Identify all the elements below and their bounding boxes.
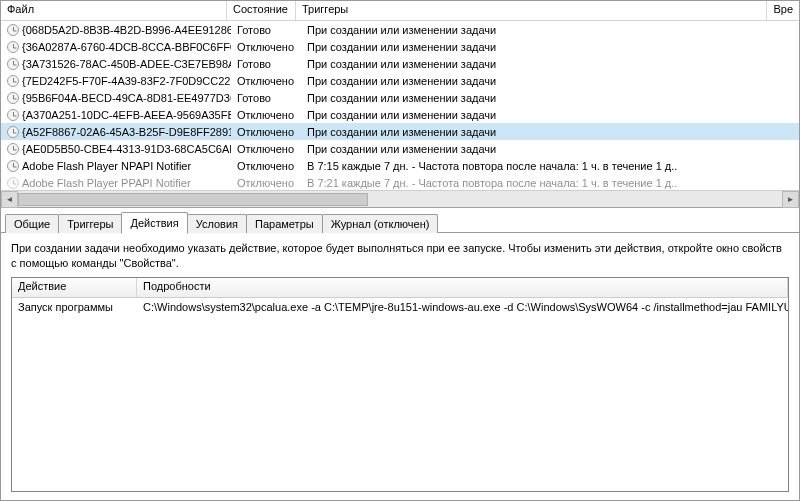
clock-icon: [7, 24, 19, 36]
table-row[interactable]: {36A0287A-6760-4DCB-8CCA-BBF0C6FFC570}От…: [1, 38, 799, 55]
table-row[interactable]: {7ED242F5-F70F-4A39-83F2-7F0D9CC220B7}От…: [1, 72, 799, 89]
task-state-cell: Отключено: [231, 126, 301, 138]
clock-icon: [7, 75, 19, 87]
tab-general[interactable]: Общие: [5, 214, 59, 233]
tab-history[interactable]: Журнал (отключен): [322, 214, 439, 233]
clock-icon: [7, 92, 19, 104]
task-state-cell: Отключено: [231, 177, 301, 189]
column-header-trigger[interactable]: Триггеры: [296, 1, 767, 20]
tab-actions[interactable]: Действия: [121, 212, 187, 234]
task-state-cell: Отключено: [231, 75, 301, 87]
task-state-cell: Отключено: [231, 41, 301, 53]
column-header-file[interactable]: Файл: [1, 1, 227, 20]
task-name-label: {7ED242F5-F70F-4A39-83F2-7F0D9CC220B7}: [22, 75, 231, 87]
task-name-label: {AE0D5B50-CBE4-4313-91D3-68CA5C6AB8F9}: [22, 143, 231, 155]
actions-table: Действие Подробности Запуск программыC:\…: [11, 277, 789, 492]
scroll-left-button[interactable]: ◄: [1, 191, 18, 208]
scroll-right-button[interactable]: ►: [782, 191, 799, 208]
task-name-label: Adobe Flash Player PPAPI Notifier: [22, 177, 191, 189]
task-name-cell: {A370A251-10DC-4EFB-AEEA-9569A35FB9B2}: [1, 109, 231, 121]
task-trigger-cell: При создании или изменении задачи: [301, 109, 781, 121]
horizontal-scrollbar[interactable]: ◄ ►: [1, 190, 799, 207]
task-trigger-cell: При создании или изменении задачи: [301, 58, 781, 70]
task-state-cell: Отключено: [231, 143, 301, 155]
task-name-cell: {7ED242F5-F70F-4A39-83F2-7F0D9CC220B7}: [1, 75, 231, 87]
clock-icon: [7, 160, 19, 172]
task-name-cell: Adobe Flash Player PPAPI Notifier: [1, 177, 231, 189]
task-state-cell: Отключено: [231, 160, 301, 172]
actions-table-header: Действие Подробности: [12, 278, 788, 298]
task-trigger-cell: При создании или изменении задачи: [301, 92, 781, 104]
tab-bar: Общие Триггеры Действия Условия Параметр…: [1, 208, 799, 233]
task-list-header: Файл Состояние Триггеры Вре: [1, 1, 799, 21]
task-name-cell: {AE0D5B50-CBE4-4313-91D3-68CA5C6AB8F9}: [1, 143, 231, 155]
table-row[interactable]: {AE0D5B50-CBE4-4313-91D3-68CA5C6AB8F9}От…: [1, 140, 799, 157]
task-trigger-cell: В 7:15 каждые 7 дн. - Частота повтора по…: [301, 160, 781, 172]
task-state-cell: Готово: [231, 24, 301, 36]
action-row[interactable]: Запуск программыC:\Windows\system32\pcal…: [12, 298, 788, 316]
clock-icon: [7, 41, 19, 53]
table-row[interactable]: Adobe Flash Player NPAPI NotifierОтключе…: [1, 157, 799, 174]
task-name-label: {068D5A2D-8B3B-4B2D-B996-A4EE91286CD9}: [22, 24, 231, 36]
task-name-cell: {A52F8867-02A6-45A3-B25F-D9E8FF2891C3}: [1, 126, 231, 138]
clock-icon: [7, 58, 19, 70]
task-details-panel: Общие Триггеры Действия Условия Параметр…: [1, 208, 799, 500]
task-name-cell: {068D5A2D-8B3B-4B2D-B996-A4EE91286CD9}: [1, 24, 231, 36]
task-name-label: {A370A251-10DC-4EFB-AEEA-9569A35FB9B2}: [22, 109, 231, 121]
task-name-label: {36A0287A-6760-4DCB-8CCA-BBF0C6FFC570}: [22, 41, 231, 53]
task-state-cell: Отключено: [231, 109, 301, 121]
task-trigger-cell: В 7:21 каждые 7 дн. - Частота повтора по…: [301, 177, 781, 189]
task-trigger-cell: При создании или изменении задачи: [301, 143, 781, 155]
column-header-last[interactable]: Вре: [767, 1, 799, 20]
task-trigger-cell: При создании или изменении задачи: [301, 126, 781, 138]
clock-icon: [7, 109, 19, 121]
table-row[interactable]: Adobe Flash Player PPAPI NotifierОтключе…: [1, 174, 799, 190]
task-trigger-cell: При создании или изменении задачи: [301, 75, 781, 87]
clock-icon: [7, 126, 19, 138]
task-list-panel: Файл Состояние Триггеры Вре {068D5A2D-8B…: [1, 1, 799, 208]
actions-table-body[interactable]: Запуск программыC:\Windows\system32\pcal…: [12, 298, 788, 316]
actions-info-text: При создании задачи необходимо указать д…: [11, 241, 789, 271]
scroll-thumb[interactable]: [18, 193, 368, 206]
column-header-action[interactable]: Действие: [12, 278, 137, 297]
column-header-state[interactable]: Состояние: [227, 1, 296, 20]
task-name-cell: {36A0287A-6760-4DCB-8CCA-BBF0C6FFC570}: [1, 41, 231, 53]
task-name-label: {A52F8867-02A6-45A3-B25F-D9E8FF2891C3}: [22, 126, 231, 138]
tab-triggers[interactable]: Триггеры: [58, 214, 122, 233]
tab-settings[interactable]: Параметры: [246, 214, 323, 233]
task-name-label: Adobe Flash Player NPAPI Notifier: [22, 160, 191, 172]
task-name-label: {95B6F04A-BECD-49CA-8D81-EE4977D36F5A}: [22, 92, 231, 104]
action-type-cell: Запуск программы: [12, 301, 137, 313]
task-trigger-cell: При создании или изменении задачи: [301, 41, 781, 53]
task-name-cell: {3A731526-78AC-450B-ADEE-C3E7EB98A216}: [1, 58, 231, 70]
task-name-cell: {95B6F04A-BECD-49CA-8D81-EE4977D36F5A}: [1, 92, 231, 104]
task-trigger-cell: При создании или изменении задачи: [301, 24, 781, 36]
task-name-cell: Adobe Flash Player NPAPI Notifier: [1, 160, 231, 172]
clock-icon: [7, 177, 19, 189]
task-name-label: {3A731526-78AC-450B-ADEE-C3E7EB98A216}: [22, 58, 231, 70]
table-row[interactable]: {95B6F04A-BECD-49CA-8D81-EE4977D36F5A}Го…: [1, 89, 799, 106]
task-state-cell: Готово: [231, 58, 301, 70]
task-list[interactable]: {068D5A2D-8B3B-4B2D-B996-A4EE91286CD9}Го…: [1, 21, 799, 190]
task-state-cell: Готово: [231, 92, 301, 104]
table-row[interactable]: {3A731526-78AC-450B-ADEE-C3E7EB98A216}Го…: [1, 55, 799, 72]
column-header-details[interactable]: Подробности: [137, 278, 788, 297]
action-details-cell: C:\Windows\system32\pcalua.exe -a C:\TEM…: [137, 301, 788, 313]
table-row[interactable]: {A370A251-10DC-4EFB-AEEA-9569A35FB9B2}От…: [1, 106, 799, 123]
tab-content-actions: При создании задачи необходимо указать д…: [1, 232, 799, 500]
table-row[interactable]: {A52F8867-02A6-45A3-B25F-D9E8FF2891C3}От…: [1, 123, 799, 140]
tab-conditions[interactable]: Условия: [187, 214, 247, 233]
clock-icon: [7, 143, 19, 155]
table-row[interactable]: {068D5A2D-8B3B-4B2D-B996-A4EE91286CD9}Го…: [1, 21, 799, 38]
